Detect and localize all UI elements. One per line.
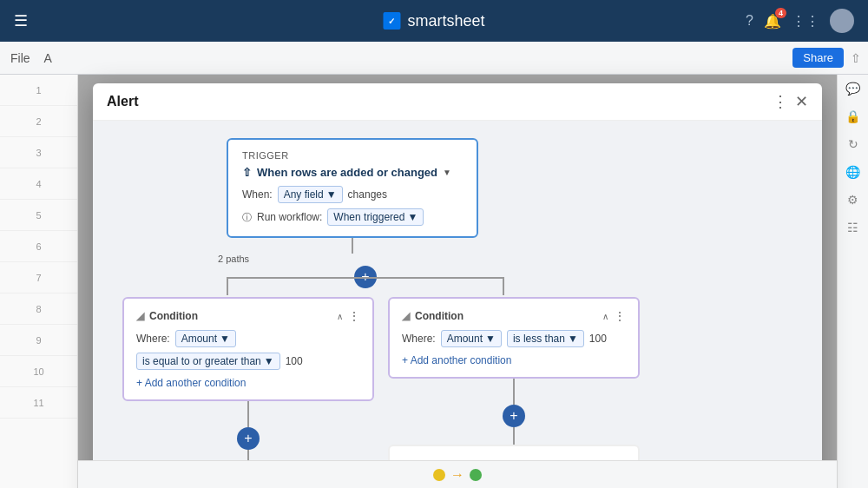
- operator-select-2[interactable]: is less than ▼: [507, 330, 584, 347]
- field-select[interactable]: Any field ▼: [278, 186, 343, 203]
- hamburger-icon[interactable]: ☰: [14, 11, 28, 30]
- row-9: 9: [0, 325, 77, 356]
- status-arrow-icon: →: [450, 467, 464, 483]
- run-value: When triggered: [333, 211, 404, 223]
- filter-icon-2: ◢: [402, 310, 410, 322]
- row-1: 1: [0, 75, 77, 106]
- main-content: Alert ⋮ ✕ Trigger: [78, 75, 837, 488]
- condition-2-label: Condition: [415, 310, 464, 322]
- run-row: ⓘ Run workflow: When triggered ▼: [242, 208, 463, 226]
- row-6: 6: [0, 231, 77, 262]
- chat-icon[interactable]: 💬: [845, 82, 860, 96]
- nav-right: ? 🔔 4 ⋮⋮: [746, 9, 854, 33]
- status-icons: →: [433, 467, 482, 483]
- amount-field-1[interactable]: Amount ▼: [175, 330, 236, 347]
- collapse-icon-1[interactable]: ∧: [337, 312, 343, 321]
- operator-select-1[interactable]: is equal to or greater than ▼: [136, 353, 280, 370]
- cond1-v-bottom: [247, 401, 249, 427]
- modal-title: Alert: [107, 94, 138, 109]
- row-11: 11: [0, 387, 77, 419]
- condition-branch-1: ◢ Condition ∧ ⋮: [122, 297, 374, 488]
- row-3: 3: [0, 137, 77, 168]
- where-label-2: Where:: [402, 333, 436, 345]
- globe-icon[interactable]: 🌐: [845, 165, 860, 179]
- trigger-connector-v: [352, 238, 353, 254]
- field-value: Any field: [284, 188, 324, 201]
- layout-icon[interactable]: ☷: [847, 221, 858, 234]
- nav-center: ✓ smartsheet: [383, 12, 484, 30]
- condition-2-header: ◢ Condition ∧ ⋮: [402, 309, 626, 323]
- trigger-icon: ⇧: [242, 166, 252, 179]
- sheet-sidebar: 1 2 3 4 5 6 7 8 9 10 11: [0, 75, 78, 488]
- amount-caret-1: ▼: [220, 333, 230, 345]
- cond2-v-bottom2: [513, 427, 515, 445]
- a-menu[interactable]: A: [41, 48, 56, 69]
- share-button[interactable]: Share: [792, 48, 844, 68]
- condition-branch-2: ◢ Condition ∧ ⋮: [388, 297, 640, 488]
- conditions-row: ◢ Condition ∧ ⋮: [122, 297, 640, 488]
- add-action-1-button[interactable]: +: [237, 427, 260, 450]
- refresh-icon[interactable]: ↻: [848, 137, 858, 151]
- user-avatar[interactable]: [830, 9, 854, 33]
- nav-left: ☰: [14, 11, 28, 30]
- filter-icon-1: ◢: [136, 310, 144, 322]
- sub-toolbar: File A Share ⇧: [0, 42, 868, 75]
- settings-icon[interactable]: ⚙: [847, 193, 858, 207]
- add-condition-2[interactable]: + Add another condition: [402, 354, 626, 366]
- chevron-up-icon[interactable]: ⇧: [851, 51, 861, 65]
- run-select[interactable]: When triggered ▼: [327, 208, 424, 226]
- condition-2-actions: ∧ ⋮: [602, 309, 626, 323]
- notification-badge: 4: [775, 8, 786, 18]
- add-condition-1[interactable]: + Add another condition: [136, 377, 360, 389]
- right-sidebar: 💬 🔒 ↻ 🌐 ⚙ ☷: [837, 75, 868, 488]
- main-layout: 1 2 3 4 5 6 7 8 9 10 11 Alert ⋮ ✕: [0, 75, 868, 488]
- status-bar: →: [78, 460, 837, 488]
- condition-1-where: Where: Amount ▼ is equal to or greater t…: [136, 330, 360, 370]
- status-dot-green: [470, 469, 482, 481]
- row-8: 8: [0, 293, 77, 325]
- trigger-select[interactable]: ⇧ When rows are added or changed ▼: [242, 166, 463, 179]
- condition-2-where: Where: Amount ▼ is less than ▼: [402, 330, 626, 347]
- modal-body: Trigger ⇧ When rows are added or changed…: [93, 121, 822, 488]
- condition-1-actions: ∧ ⋮: [337, 309, 360, 323]
- field-caret-icon: ▼: [326, 188, 337, 201]
- paths-label: 2 paths: [218, 254, 249, 264]
- modal-header: Alert ⋮ ✕: [93, 83, 822, 121]
- modal-header-actions: ⋮ ✕: [773, 94, 808, 109]
- value-1: 100: [286, 355, 303, 367]
- lock-icon[interactable]: 🔒: [845, 109, 860, 123]
- add-action-2-button[interactable]: +: [503, 405, 525, 427]
- run-caret-icon: ▼: [407, 211, 418, 223]
- help-icon[interactable]: ?: [746, 13, 753, 29]
- condition-1-title: ◢ Condition: [136, 310, 198, 322]
- op-caret-2: ▼: [568, 333, 578, 345]
- cond2-v-bottom: [513, 379, 515, 405]
- modal-more-button[interactable]: ⋮: [773, 94, 788, 109]
- condition-card-1: ◢ Condition ∧ ⋮: [122, 297, 374, 401]
- row-7: 7: [0, 262, 77, 293]
- op-caret-1: ▼: [264, 355, 274, 367]
- branch-left-v: [227, 278, 228, 295]
- condition-card-2: ◢ Condition ∧ ⋮: [388, 297, 640, 379]
- amount-field-2[interactable]: Amount ▼: [441, 330, 502, 347]
- info-icon: ⓘ: [242, 211, 252, 224]
- notification-bell[interactable]: 🔔 4: [764, 13, 781, 30]
- value-2: 100: [589, 333, 607, 345]
- file-menu[interactable]: File: [7, 48, 34, 69]
- modal-close-button[interactable]: ✕: [795, 94, 808, 109]
- when-row: When: Any field ▼ changes: [242, 186, 463, 203]
- trigger-block: Trigger ⇧ When rows are added or changed…: [227, 138, 478, 238]
- top-navigation: ☰ ✓ smartsheet ? 🔔 4 ⋮⋮: [0, 0, 868, 42]
- collapse-icon-2[interactable]: ∧: [602, 312, 608, 321]
- add-condition-label-1: + Add another condition: [136, 377, 246, 389]
- branch-right-v: [503, 278, 504, 295]
- more-options-2[interactable]: ⋮: [614, 309, 626, 323]
- more-options-1[interactable]: ⋮: [348, 309, 360, 323]
- trigger-caret-icon: ▼: [443, 168, 451, 177]
- condition-1-label: Condition: [149, 310, 198, 322]
- row-10: 10: [0, 356, 77, 387]
- grid-icon[interactable]: ⋮⋮: [792, 13, 819, 30]
- condition-2-title: ◢ Condition: [402, 310, 464, 322]
- app-title: smartsheet: [407, 12, 484, 30]
- smartsheet-logo-icon: ✓: [383, 12, 400, 30]
